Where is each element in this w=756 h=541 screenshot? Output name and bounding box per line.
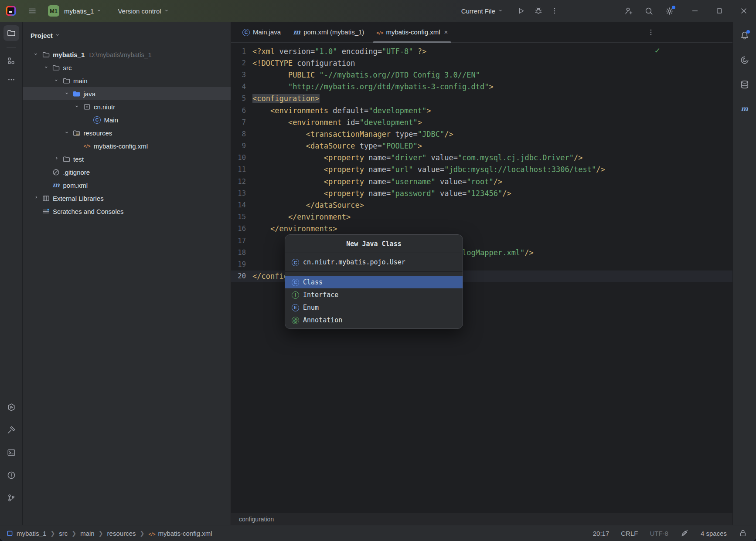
project-badge[interactable]: M1	[48, 5, 59, 17]
line-number[interactable]: 18	[231, 249, 246, 257]
highlighting-off-icon[interactable]	[680, 529, 689, 538]
tree-item-main[interactable]: CMain	[23, 113, 231, 126]
search-everywhere-button[interactable]	[644, 7, 654, 16]
chevron-down-icon[interactable]	[63, 91, 72, 97]
debug-button[interactable]	[534, 7, 543, 15]
main-menu-hamburger-icon[interactable]	[28, 7, 37, 15]
encoding-widget[interactable]: UTF-8	[650, 530, 668, 537]
dialog-option-annotation[interactable]: @Annotation	[285, 314, 463, 326]
code-line-4[interactable]: 4 "http://mybatis.org/dtd/mybatis-3-conf…	[231, 81, 732, 93]
code-line-11[interactable]: 11 <property name="url" value="jdbc:mysq…	[231, 164, 732, 176]
line-number[interactable]: 16	[231, 225, 246, 233]
line-number[interactable]: 17	[231, 237, 246, 245]
tab-main-java[interactable]: CMain.java	[236, 22, 287, 42]
project-panel-header[interactable]: Project	[31, 29, 231, 42]
terminal-icon[interactable]	[3, 445, 19, 460]
version-control-menu[interactable]: Version control	[118, 7, 170, 15]
line-number[interactable]: 7	[231, 118, 246, 126]
breadcrumb-resources[interactable]: resources	[107, 530, 136, 537]
breadcrumb-mybatis-config-xml[interactable]: </>mybatis-config.xml	[148, 530, 212, 537]
line-number[interactable]: 20	[231, 272, 246, 280]
tree-item-mybatis-config-xml[interactable]: </>mybatis-config.xml	[23, 139, 231, 152]
tree-item-pom-xml[interactable]: mpom.xml	[23, 179, 231, 192]
tree-item-mybatis-1[interactable]: mybatis_1D:\mybatis\mybatis_1	[23, 48, 231, 61]
line-number[interactable]: 15	[231, 213, 246, 221]
tab-mybatis-config-xml[interactable]: </>mybatis-config.xml×	[370, 22, 454, 42]
line-number[interactable]: 5	[231, 95, 246, 102]
unlocked-icon[interactable]	[739, 529, 747, 538]
tree-item-src[interactable]: src	[23, 61, 231, 74]
code-line-3[interactable]: 3 PUBLIC "-//mybatis.org//DTD Config 3.0…	[231, 69, 732, 81]
code-line-2[interactable]: 2<!DOCTYPE configuration	[231, 57, 732, 69]
problems-icon[interactable]	[3, 467, 19, 483]
tree-item-java[interactable]: java	[23, 87, 231, 100]
tree-item-external-libraries[interactable]: External Libraries	[23, 192, 231, 205]
database-icon[interactable]	[737, 77, 753, 92]
line-number[interactable]: 2	[231, 59, 246, 67]
code-line-16[interactable]: 16 </environments>	[231, 223, 732, 235]
tree-item-main[interactable]: main	[23, 74, 231, 87]
code-line-10[interactable]: 10 <property name="driver" value="com.my…	[231, 152, 732, 164]
line-number[interactable]: 13	[231, 189, 246, 197]
indent-widget[interactable]: 4 spaces	[701, 530, 727, 537]
chevron-down-icon[interactable]	[73, 104, 82, 110]
chevron-right-icon[interactable]	[32, 195, 41, 201]
version-control-icon[interactable]	[3, 490, 19, 506]
dialog-option-enum[interactable]: EEnum	[285, 301, 463, 314]
chevron-right-icon[interactable]	[53, 156, 61, 162]
breadcrumb-src[interactable]: src	[59, 530, 68, 537]
tree-item-scratches-and-consoles[interactable]: Scratches and Consoles	[23, 205, 231, 218]
line-number[interactable]: 9	[231, 142, 246, 150]
breadcrumb-main[interactable]: main	[80, 530, 95, 537]
structure-icon[interactable]	[3, 53, 19, 68]
tree-item-gitignore[interactable]: .gitignore	[23, 166, 231, 179]
run-button[interactable]	[517, 7, 525, 15]
line-number[interactable]: 6	[231, 107, 246, 115]
more-dots-icon[interactable]	[3, 72, 19, 88]
line-number[interactable]: 14	[231, 201, 246, 209]
line-number[interactable]: 10	[231, 154, 246, 162]
close-tab-icon[interactable]: ×	[444, 28, 448, 36]
project-folder-icon[interactable]	[3, 25, 19, 41]
caret-position-widget[interactable]: 20:17	[593, 530, 610, 537]
chevron-down-icon[interactable]	[53, 78, 61, 84]
maven-icon[interactable]: m	[737, 101, 753, 117]
code-editor[interactable]: ✓ New Java Class C cn.niutr.mybatis.pojo…	[231, 43, 732, 513]
chevron-down-icon[interactable]	[32, 51, 41, 57]
services-icon[interactable]	[3, 399, 19, 415]
line-number[interactable]: 12	[231, 178, 246, 186]
dialog-option-interface[interactable]: IInterface	[285, 288, 463, 301]
class-name-input[interactable]: C cn.niutr.mybatis.pojo.User	[285, 253, 463, 272]
code-line-7[interactable]: 7 <environment id="development">	[231, 116, 732, 128]
breadcrumb-mybatis-1[interactable]: mybatis_1	[6, 530, 46, 537]
dialog-option-class[interactable]: CClass	[285, 276, 463, 288]
code-line-6[interactable]: 6 <environments default="development">	[231, 105, 732, 116]
tree-item-cn-niutr[interactable]: cn.niutr	[23, 100, 231, 113]
code-line-14[interactable]: 14 </dataSource>	[231, 199, 732, 211]
ai-assistant-icon[interactable]	[737, 52, 753, 68]
line-number[interactable]: 4	[231, 83, 246, 91]
chevron-down-icon[interactable]	[43, 64, 51, 71]
code-line-5[interactable]: 5<configuration>	[231, 93, 732, 105]
line-number[interactable]: 1	[231, 47, 246, 55]
run-configuration-selector[interactable]: Current File	[461, 7, 504, 15]
line-number[interactable]: 8	[231, 130, 246, 138]
code-line-12[interactable]: 12 <property name="username" value="root…	[231, 176, 732, 187]
close-button[interactable]	[739, 7, 748, 15]
inspections-ok-check-icon[interactable]: ✓	[654, 46, 661, 55]
code-line-9[interactable]: 9 <dataSource type="POOLED">	[231, 140, 732, 152]
settings-gear-button[interactable]	[665, 7, 674, 16]
line-number[interactable]: 19	[231, 260, 246, 268]
minimize-button[interactable]	[691, 7, 699, 15]
tab-pom-xml-mybatis-1[interactable]: mpom.xml (mybatis_1)	[287, 22, 370, 42]
tree-item-resources[interactable]: resources	[23, 126, 231, 139]
line-number[interactable]: 11	[231, 166, 246, 173]
line-number[interactable]: 3	[231, 71, 246, 79]
maximize-button[interactable]	[715, 7, 724, 15]
code-line-15[interactable]: 15 </environment>	[231, 211, 732, 223]
code-with-me-button[interactable]	[624, 7, 633, 16]
more-actions-kebab-icon[interactable]	[551, 7, 558, 15]
tree-item-test[interactable]: test	[23, 152, 231, 166]
project-selector[interactable]: mybatis_1	[64, 7, 103, 15]
breadcrumb-tag[interactable]: configuration	[239, 516, 274, 523]
